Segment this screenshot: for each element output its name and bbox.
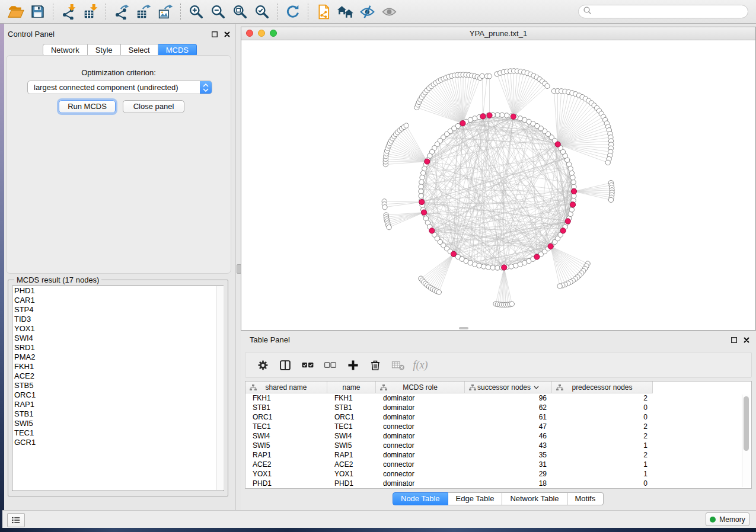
cell-predecessor-nodes[interactable]: 2 (552, 450, 653, 460)
zoom-in-icon[interactable] (185, 2, 207, 22)
cell-name[interactable]: ACE2 (327, 460, 376, 469)
refresh-icon[interactable] (282, 2, 304, 22)
mcds-list-scrollbar[interactable] (216, 286, 224, 490)
cell-MCDS-role[interactable]: dominator (376, 431, 465, 441)
cell-successor-nodes[interactable]: 18 (465, 479, 552, 488)
cell-successor-nodes[interactable]: 35 (465, 450, 552, 460)
close-panel-button[interactable]: Close panel (123, 100, 184, 113)
cell-predecessor-nodes[interactable]: 1 (552, 460, 653, 469)
table-row[interactable]: YOX1YOX1connector291 (245, 469, 751, 479)
export-image-icon[interactable] (154, 2, 176, 22)
optimization-select[interactable]: largest connected component (undirected) (27, 81, 212, 94)
window-minimize-light[interactable] (258, 30, 265, 37)
cell-predecessor-nodes[interactable]: 2 (552, 431, 653, 441)
tab-network-table[interactable]: Network Table (502, 492, 567, 505)
cell-name[interactable]: PHD1 (327, 479, 376, 488)
cell-predecessor-nodes[interactable]: 1 (552, 441, 653, 450)
cell-successor-nodes[interactable]: 46 (465, 431, 552, 441)
cell-shared-name[interactable]: RAP1 (245, 450, 327, 460)
close-table-panel-icon[interactable] (742, 336, 750, 344)
close-panel-icon[interactable] (223, 30, 231, 38)
table-row[interactable]: SWI5SWI5connector431 (245, 441, 751, 450)
run-mcds-button[interactable]: Run MCDS (59, 100, 116, 113)
window-close-light[interactable] (246, 30, 253, 37)
cell-name[interactable]: STB1 (327, 403, 376, 412)
cell-name[interactable]: RAP1 (327, 450, 376, 460)
cell-shared-name[interactable]: STB1 (245, 403, 327, 412)
import-network-icon[interactable] (58, 2, 79, 22)
cell-MCDS-role[interactable]: connector (376, 460, 465, 469)
table-row[interactable]: RAP1RAP1dominator352 (245, 450, 751, 460)
cell-MCDS-role[interactable]: dominator (376, 450, 465, 460)
show-graphics-details-icon[interactable] (378, 2, 400, 22)
table-row[interactable]: STB1STB1dominator620 (245, 403, 751, 412)
tab-motifs[interactable]: Motifs (567, 492, 604, 505)
table-row[interactable]: ACE2ACE2connector311 (245, 460, 751, 469)
unselect-all-icon[interactable] (319, 355, 342, 375)
cell-name[interactable]: YOX1 (327, 469, 376, 479)
table-row[interactable]: ORC1ORC1dominator610 (245, 412, 751, 422)
cell-predecessor-nodes[interactable]: 0 (552, 412, 653, 422)
houses-icon[interactable] (334, 2, 356, 22)
cell-MCDS-role[interactable]: connector (376, 469, 465, 479)
cell-shared-name[interactable]: YOX1 (245, 469, 327, 479)
tab-edge-table[interactable]: Edge Table (448, 492, 503, 505)
tab-select[interactable]: Select (121, 44, 158, 56)
mcds-result-item[interactable]: GCR1 (12, 438, 223, 447)
task-history-button[interactable] (7, 513, 25, 527)
delete-icon[interactable] (364, 355, 387, 375)
network-from-selection-icon[interactable] (312, 2, 334, 22)
column-header-name[interactable]: name (327, 382, 376, 393)
zoom-fit-icon[interactable] (229, 2, 251, 22)
cell-predecessor-nodes[interactable]: 2 (552, 422, 653, 431)
cell-predecessor-nodes[interactable]: 0 (552, 403, 653, 412)
cell-MCDS-role[interactable]: dominator (376, 412, 465, 422)
cell-name[interactable]: SWI5 (327, 441, 376, 450)
search-input[interactable] (594, 7, 739, 17)
network-canvas[interactable] (241, 40, 755, 330)
hide-graphics-details-icon[interactable] (356, 2, 378, 22)
search-box[interactable] (578, 5, 748, 18)
mcds-result-item[interactable]: YOX1 (12, 324, 223, 334)
cell-name[interactable]: TEC1 (327, 422, 376, 431)
zoom-selected-icon[interactable] (251, 2, 273, 22)
cell-successor-nodes[interactable]: 31 (465, 460, 552, 469)
tab-network[interactable]: Network (43, 44, 88, 56)
tab-style[interactable]: Style (88, 44, 121, 56)
cell-shared-name[interactable]: ACE2 (245, 460, 327, 469)
cell-predecessor-nodes[interactable]: 2 (552, 393, 653, 403)
cell-shared-name[interactable]: ORC1 (245, 412, 327, 422)
tab-node-table[interactable]: Node Table (393, 492, 448, 505)
cell-name[interactable]: ORC1 (327, 412, 376, 422)
table-row[interactable]: PHD1PHD1dominator180 (245, 479, 751, 488)
mcds-result-item[interactable]: FKH1 (12, 362, 223, 371)
add-icon[interactable] (342, 355, 364, 375)
open-icon[interactable] (5, 2, 27, 22)
column-header-shared-name[interactable]: shared name (245, 382, 327, 393)
cell-successor-nodes[interactable]: 61 (465, 412, 552, 422)
cell-name[interactable]: FKH1 (327, 393, 376, 403)
tab-mcds[interactable]: MCDS (158, 44, 197, 56)
cell-successor-nodes[interactable]: 96 (465, 393, 552, 403)
zoom-out-icon[interactable] (207, 2, 229, 22)
network-window-titlebar[interactable]: YPA_prune.txt_1 (241, 27, 755, 40)
export-table-icon[interactable] (132, 2, 154, 22)
cell-name[interactable]: SWI4 (327, 431, 376, 441)
network-graph[interactable] (241, 40, 755, 330)
cell-predecessor-nodes[interactable]: 0 (552, 479, 653, 488)
cell-shared-name[interactable]: SWI4 (245, 431, 327, 441)
mcds-result-item[interactable]: PMA2 (12, 352, 223, 362)
mcds-result-item[interactable]: SRD1 (12, 343, 223, 352)
cell-successor-nodes[interactable]: 29 (465, 469, 552, 479)
export-network-icon[interactable] (110, 2, 132, 22)
table-scrollbar-thumb[interactable] (744, 396, 749, 451)
mcds-result-item[interactable]: STB5 (12, 381, 223, 390)
mcds-result-item[interactable]: STP4 (12, 305, 223, 315)
table-row[interactable]: FKH1FKH1dominator962 (245, 393, 751, 403)
memory-button[interactable]: Memory (706, 512, 749, 526)
mcds-result-item[interactable]: SWI5 (12, 419, 223, 428)
mcds-result-item[interactable]: ACE2 (12, 371, 223, 381)
cell-predecessor-nodes[interactable]: 1 (552, 469, 653, 479)
mcds-result-list[interactable]: PHD1CAR1STP4TID3YOX1SWI4SRD1PMA2FKH1ACE2… (12, 286, 224, 491)
mcds-result-item[interactable]: STB1 (12, 409, 223, 419)
